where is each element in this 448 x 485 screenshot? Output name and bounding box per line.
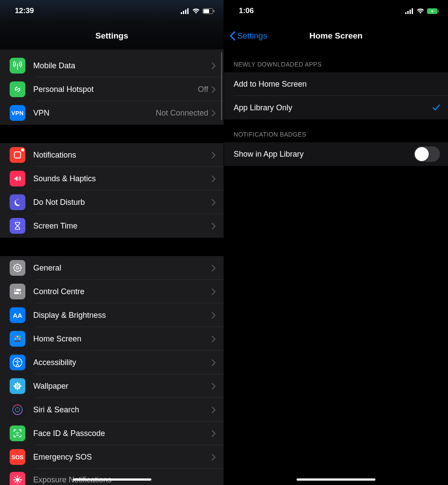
group-notification-badges: Show in App Library	[224, 142, 448, 166]
settings-group-network: Mobile Data Personal Hotspot Off VPN VPN	[0, 49, 224, 125]
section-header-newly-downloaded: Newly Downloaded Apps	[224, 49, 448, 72]
svg-point-34	[14, 385, 16, 387]
row-label: Emergency SOS	[33, 453, 212, 462]
settings-group-general: General Control Centre AA Display & Brig…	[0, 256, 224, 485]
chevron-right-icon	[212, 110, 216, 116]
row-notifications[interactable]: Notifications	[0, 143, 224, 167]
row-display-brightness[interactable]: AA Display & Brightness	[0, 303, 224, 327]
section-header-notification-badges: Notification Badges	[224, 119, 448, 142]
svg-point-46	[16, 478, 19, 481]
svg-point-32	[17, 382, 18, 385]
svg-point-57	[14, 479, 15, 481]
back-label: Settings	[237, 31, 267, 41]
group-newly-downloaded: Add to Home Screen App Library Only	[224, 72, 448, 119]
toggle-show-in-app-library[interactable]	[414, 146, 440, 162]
flower-icon	[10, 378, 25, 394]
svg-point-31	[17, 385, 18, 387]
svg-point-30	[17, 359, 18, 361]
settings-scroll[interactable]: Mobile Data Personal Hotspot Off VPN VPN	[0, 49, 224, 485]
sos-icon: SOS	[10, 449, 25, 465]
svg-point-44	[16, 432, 17, 433]
row-accessibility[interactable]: Accessibility	[0, 351, 224, 374]
svg-rect-5	[203, 9, 209, 13]
hourglass-icon	[10, 218, 25, 234]
svg-point-33	[17, 387, 18, 390]
svg-point-58	[21, 479, 22, 481]
row-personal-hotspot[interactable]: Personal Hotspot Off	[0, 77, 224, 101]
svg-rect-28	[14, 341, 21, 342]
home-indicator[interactable]	[297, 478, 375, 481]
row-label: General	[33, 264, 212, 273]
chevron-right-icon	[212, 430, 216, 437]
svg-point-56	[17, 483, 18, 484]
cellular-icon	[181, 8, 189, 14]
row-vpn[interactable]: VPN VPN Not Connected	[0, 101, 224, 125]
row-label: Display & Brightness	[33, 311, 212, 320]
home-screen-settings-pane: 1:06 Settings Home Screen Newly Download…	[224, 0, 448, 485]
svg-rect-2	[185, 10, 186, 14]
moon-icon	[10, 194, 25, 210]
row-app-library-only[interactable]: App Library Only	[224, 96, 448, 119]
antenna-icon	[10, 58, 25, 74]
row-exposure-notifications[interactable]: Exposure Notifications	[0, 469, 224, 485]
row-label: Notifications	[33, 151, 212, 160]
settings-root-pane: 12:39 Settings Mobile Data	[0, 0, 224, 485]
svg-rect-26	[17, 338, 18, 340]
svg-point-19	[15, 289, 17, 291]
row-siri-search[interactable]: Siri & Search	[0, 398, 224, 422]
status-bar: 1:06	[224, 0, 448, 22]
row-add-to-home-screen[interactable]: Add to Home Screen	[224, 72, 448, 96]
svg-rect-7	[14, 152, 21, 158]
status-bar: 12:39	[0, 0, 224, 22]
vpn-icon: VPN	[10, 105, 25, 121]
row-value: Not Connected	[156, 109, 208, 118]
row-wallpaper[interactable]: Wallpaper	[0, 374, 224, 398]
row-label: Screen Time	[33, 221, 212, 231]
chevron-right-icon	[212, 152, 216, 158]
cellular-icon	[405, 8, 414, 14]
checkmark-icon	[432, 104, 440, 111]
chevron-right-icon	[212, 312, 216, 319]
row-control-centre[interactable]: Control Centre	[0, 280, 224, 303]
sounds-icon	[10, 171, 25, 186]
row-mobile-data[interactable]: Mobile Data	[0, 54, 224, 77]
row-label: Show in App Library	[234, 150, 414, 159]
chevron-right-icon	[212, 265, 216, 271]
row-emergency-sos[interactable]: SOS Emergency SOS	[0, 445, 224, 469]
battery-icon	[203, 8, 215, 14]
home-indicator[interactable]	[73, 478, 151, 481]
status-icons	[181, 8, 215, 14]
svg-point-45	[18, 432, 19, 433]
svg-rect-64	[438, 10, 439, 12]
battery-charging-icon	[427, 8, 439, 14]
gear-icon	[10, 260, 25, 276]
scrollbar[interactable]	[221, 52, 222, 120]
svg-line-54	[19, 477, 20, 478]
wifi-icon	[416, 8, 424, 14]
row-home-screen[interactable]: Home Screen	[0, 327, 224, 351]
status-icons	[405, 8, 439, 14]
notifications-icon	[10, 147, 25, 163]
row-show-in-app-library[interactable]: Show in App Library	[224, 142, 448, 166]
link-icon	[10, 81, 25, 97]
chevron-right-icon	[212, 407, 216, 413]
row-screen-time[interactable]: Screen Time	[0, 214, 224, 238]
row-label: Control Centre	[33, 287, 212, 296]
svg-point-55	[17, 476, 18, 477]
settings-group-notifications: Notifications Sounds & Haptics	[0, 143, 224, 238]
svg-rect-6	[214, 10, 214, 12]
row-do-not-disturb[interactable]: Do Not Disturb	[0, 190, 224, 214]
chevron-right-icon	[212, 223, 216, 229]
aa-icon: AA	[10, 307, 25, 323]
row-face-id-passcode[interactable]: Face ID & Passcode	[0, 422, 224, 445]
page-title: Settings	[95, 31, 128, 41]
back-button[interactable]: Settings	[229, 31, 267, 41]
row-sounds-haptics[interactable]: Sounds & Haptics	[0, 167, 224, 190]
chevron-right-icon	[212, 63, 216, 69]
row-general[interactable]: General	[0, 256, 224, 280]
svg-rect-0	[181, 12, 182, 14]
switches-icon	[10, 284, 25, 299]
chevron-right-icon	[212, 383, 216, 390]
svg-rect-61	[410, 10, 411, 14]
svg-line-52	[19, 481, 20, 482]
